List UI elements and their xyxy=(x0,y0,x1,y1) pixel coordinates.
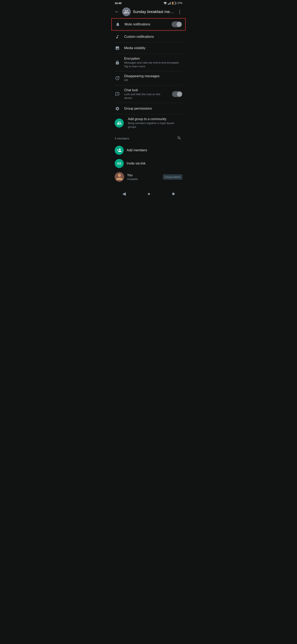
group-avatar-icon xyxy=(124,9,129,14)
add-members-content: Add members xyxy=(127,148,182,152)
avatar-person-icon xyxy=(115,172,124,182)
gear-icon xyxy=(115,106,120,111)
chatlock-content: Chat lock Lock and hide this chat on thi… xyxy=(124,88,168,100)
svg-point-10 xyxy=(118,174,121,177)
member-you-name: You xyxy=(127,174,160,177)
mute-notifications-item[interactable]: Mute notifications xyxy=(111,18,186,30)
members-count-label: 5 members xyxy=(115,137,129,140)
add-members-label: Add members xyxy=(127,148,182,152)
recent-nav-button[interactable]: ■ xyxy=(168,190,179,198)
chatlock-icon xyxy=(115,92,120,97)
custom-notifications-item[interactable]: Custom notifications xyxy=(111,31,186,42)
settings-list: Mute notifications Custom notifications … xyxy=(111,18,186,132)
member-you-info: You Available xyxy=(127,174,160,180)
back-button[interactable]: ← xyxy=(114,9,120,15)
home-nav-button[interactable]: ● xyxy=(143,190,154,198)
image-icon xyxy=(115,46,120,51)
svg-rect-6 xyxy=(176,3,176,4)
toolbar: ← Sunday breakfast meetup ⋮ xyxy=(111,6,186,18)
member-you-status: Available xyxy=(127,178,160,180)
chatlock-toggle[interactable] xyxy=(172,91,182,97)
svg-rect-4 xyxy=(170,2,171,4)
navigation-bar: ◀ ● ■ xyxy=(111,188,186,201)
music-icon xyxy=(115,34,120,40)
status-time: 10:40 xyxy=(115,2,121,5)
group-admin-badge: Group Admin xyxy=(163,174,182,180)
disappearing-messages-item[interactable]: Disappearing messages Off xyxy=(111,72,186,85)
svg-rect-2 xyxy=(169,3,169,4)
group-name-title: Sunday breakfast meetup xyxy=(133,10,174,14)
permissions-content: Group permissions xyxy=(124,107,182,110)
community-label: Add group to a community xyxy=(128,117,182,121)
custom-notif-content: Custom notifications xyxy=(124,35,182,38)
community-subtitle: Bring members together in topic-based gr… xyxy=(128,121,182,129)
signal-icon xyxy=(168,2,171,4)
svg-rect-1 xyxy=(168,4,169,4)
status-bar: 10:40 27% xyxy=(111,0,186,6)
custom-notif-label: Custom notifications xyxy=(124,35,182,38)
mute-label: Mute notifications xyxy=(125,22,167,26)
back-nav-button[interactable]: ◀ xyxy=(118,190,130,198)
encryption-label: Encryption xyxy=(124,57,182,60)
members-header: 5 members xyxy=(111,132,186,144)
permissions-label: Group permissions xyxy=(124,107,182,110)
battery-icon xyxy=(172,2,177,4)
link-icon xyxy=(115,159,124,168)
status-icons: 27% xyxy=(163,2,182,4)
community-icon xyxy=(115,118,124,128)
media-visibility-item[interactable]: Media visibility xyxy=(111,42,186,54)
media-content: Media visibility xyxy=(124,46,182,50)
bell-icon xyxy=(115,22,120,27)
wifi-icon xyxy=(163,2,167,4)
group-permissions-item[interactable]: Group permissions xyxy=(111,103,186,114)
lock-icon xyxy=(115,60,120,65)
svg-rect-3 xyxy=(170,2,170,4)
disappearing-content: Disappearing messages Off xyxy=(124,74,182,82)
mute-toggle[interactable] xyxy=(172,22,182,27)
add-members-item[interactable]: Add members xyxy=(111,144,186,157)
add-to-community-item[interactable]: Add group to a community Bring members t… xyxy=(111,114,186,132)
svg-rect-7 xyxy=(172,2,173,4)
invite-link-content: Invite via link xyxy=(127,162,182,165)
svg-point-0 xyxy=(165,4,165,4)
encryption-subtitle: Messages and calls are end-to-end encryp… xyxy=(124,61,182,68)
timer-icon xyxy=(115,76,120,81)
invite-link-item[interactable]: Invite via link xyxy=(111,157,186,170)
add-person-icon xyxy=(115,146,124,155)
member-you-avatar xyxy=(115,172,124,182)
encryption-content: Encryption Messages and calls are end-to… xyxy=(124,57,182,68)
search-icon xyxy=(177,136,182,140)
members-search-button[interactable] xyxy=(176,135,182,142)
invite-link-label: Invite via link xyxy=(127,162,182,165)
media-label: Media visibility xyxy=(124,46,182,50)
member-you-item[interactable]: You Available Group Admin xyxy=(111,170,186,184)
more-options-button[interactable]: ⋮ xyxy=(176,8,183,15)
chatlock-subtitle: Lock and hide this chat on this device. xyxy=(124,92,168,100)
chatlock-label: Chat lock xyxy=(124,88,168,92)
encryption-item[interactable]: Encryption Messages and calls are end-to… xyxy=(111,54,186,71)
group-avatar xyxy=(122,8,131,16)
disappearing-label: Disappearing messages xyxy=(124,74,182,78)
mute-content: Mute notifications xyxy=(125,22,167,26)
battery-percentage: 27% xyxy=(177,2,182,4)
disappearing-subtitle: Off xyxy=(124,78,182,82)
community-content: Add group to a community Bring members t… xyxy=(128,117,182,129)
chat-lock-item[interactable]: Chat lock Lock and hide this chat on thi… xyxy=(111,86,186,103)
